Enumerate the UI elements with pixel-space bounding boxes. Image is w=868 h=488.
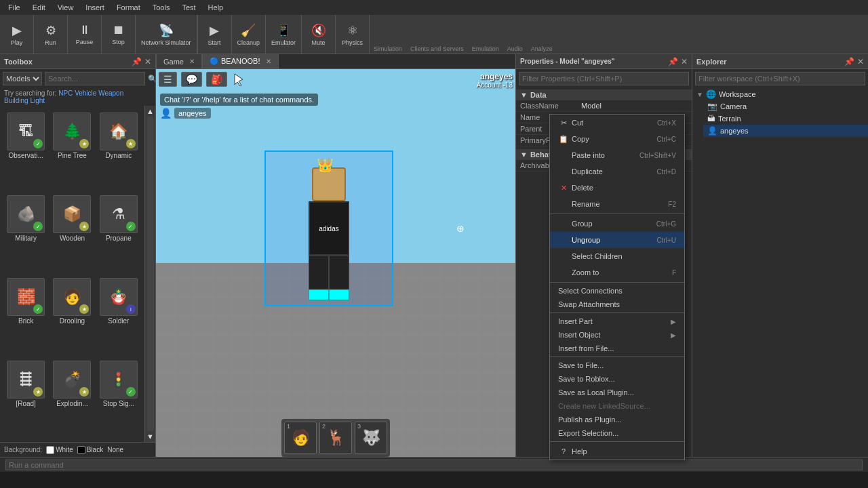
- list-item[interactable]: ⚗✓ Propane: [97, 192, 140, 272]
- explorer-close-button[interactable]: ✕: [857, 57, 864, 66]
- ribbon-stop[interactable]: ⏹ Stop: [102, 15, 136, 54]
- ribbon-network-sim[interactable]: 📡 Network Simulator: [136, 15, 197, 54]
- list-item[interactable]: 🏠★ Dynamic: [97, 110, 140, 190]
- bg-white-option[interactable]: White: [46, 446, 73, 454]
- toolbox-search-input[interactable]: [45, 72, 145, 85]
- list-item[interactable]: 🧑★ Drooling: [50, 275, 94, 355]
- char-slot-1[interactable]: 1 🧑: [284, 422, 317, 454]
- explorer-search-input[interactable]: [695, 72, 865, 85]
- background-selector: Background: White Black None: [0, 442, 155, 457]
- ctx-swap-attachments[interactable]: Swap Attachments: [550, 298, 684, 311]
- ctx-paste-into[interactable]: Paste into Ctrl+Shift+V: [550, 147, 684, 163]
- suggestion-building[interactable]: Building: [4, 97, 28, 104]
- list-item[interactable]: 🧱✓ Brick: [4, 275, 47, 355]
- toolbox-category-select[interactable]: Models: [3, 72, 42, 85]
- toolbox-close-button[interactable]: ✕: [144, 57, 151, 66]
- ctx-insert-from-file[interactable]: Insert from File...: [550, 342, 684, 355]
- explorer-pin-button[interactable]: 📌: [844, 57, 854, 66]
- ctx-save-to-file[interactable]: Save to File...: [550, 359, 684, 372]
- ribbon-cleanup[interactable]: 🧹 Cleanup: [232, 15, 267, 54]
- item-badge: i: [126, 304, 136, 314]
- ribbon-run[interactable]: ⚙ Run: [34, 15, 68, 54]
- properties-close-button[interactable]: ✕: [681, 57, 688, 66]
- list-item[interactable]: 🛤★ [Road]: [4, 358, 47, 438]
- tab-beanoob-close[interactable]: ✕: [266, 58, 271, 65]
- ribbon-emulator[interactable]: 📱 Emulator: [266, 15, 302, 54]
- ctx-select-children[interactable]: Select Children: [550, 248, 684, 264]
- menu-format[interactable]: Format: [111, 2, 146, 13]
- ctx-paste-into-label: Paste into: [572, 151, 605, 159]
- game-topbar: angeyes Account -13: [474, 69, 515, 92]
- ctx-group[interactable]: Group Ctrl+G: [550, 216, 684, 232]
- suggestion-vehicle[interactable]: Vehicle: [75, 89, 96, 97]
- list-item[interactable]: 🏗✓ Observati...: [4, 110, 47, 190]
- ctx-delete[interactable]: ✕ Delete: [550, 180, 684, 196]
- suggestion-label: Try searching for:: [4, 89, 56, 97]
- chat-icon-button[interactable]: 💬: [181, 72, 202, 87]
- menu-insert[interactable]: Insert: [80, 2, 110, 13]
- list-item[interactable]: 🚦✓ Stop Sig...: [97, 358, 140, 438]
- item-badge: ✓: [126, 222, 136, 231]
- menu-view[interactable]: View: [52, 2, 79, 13]
- ctx-save-to-roblox[interactable]: Save to Roblox...: [550, 372, 684, 386]
- angeyes-label: angeyes: [720, 127, 749, 135]
- ribbon-play[interactable]: ▶ Play: [0, 15, 34, 54]
- list-item[interactable]: 💣★ Explodin...: [50, 358, 94, 438]
- tab-beanoob[interactable]: 🔵 BEANOOB! ✕: [202, 54, 279, 68]
- toolbox-pin-button[interactable]: 📌: [132, 57, 142, 66]
- move-handle[interactable]: ⊕: [456, 223, 465, 234]
- ctx-help[interactable]: ? Help: [550, 443, 684, 460]
- tab-game[interactable]: Game ✕: [156, 54, 202, 68]
- ctx-insert-part[interactable]: Insert Part ▶: [550, 314, 684, 328]
- menu-file[interactable]: File: [3, 2, 26, 13]
- explorer-item-camera[interactable]: 📷 Camera: [703, 100, 868, 113]
- ribbon-pause[interactable]: ⏸ Pause: [68, 15, 102, 54]
- ctx-cut[interactable]: ✂ Cut Ctrl+X: [550, 115, 684, 131]
- properties-pin-button[interactable]: 📌: [668, 57, 678, 66]
- ribbon-physics[interactable]: ⚛ Physics: [336, 15, 370, 54]
- ribbon-start[interactable]: ▶ Start: [198, 15, 232, 54]
- char-slot-3[interactable]: 3 🐺: [355, 422, 387, 454]
- cut-icon: ✂: [558, 117, 569, 128]
- ctx-ungroup-shortcut: Ctrl+U: [656, 237, 676, 244]
- data-section-header[interactable]: ▼ Data: [516, 89, 692, 100]
- ctx-insert-object[interactable]: Insert Object ▶: [550, 328, 684, 342]
- toolbox-scrollbar[interactable]: ▲ ▼: [144, 106, 155, 442]
- ctx-duplicate[interactable]: Duplicate Ctrl+D: [550, 163, 684, 180]
- tab-game-close[interactable]: ✕: [189, 58, 195, 65]
- ctx-ungroup[interactable]: Ungroup Ctrl+U: [550, 232, 684, 248]
- ctx-copy[interactable]: 📋 Copy Ctrl+C: [550, 131, 684, 147]
- bg-black-option[interactable]: Black: [77, 446, 103, 454]
- bg-white-label: White: [56, 446, 73, 453]
- explorer-item-workspace[interactable]: ▼ 🌐 Workspace: [692, 88, 868, 100]
- suggestion-light[interactable]: Light: [30, 97, 45, 104]
- suggestion-weapon[interactable]: Weapon: [98, 89, 123, 97]
- scroll-down-icon[interactable]: ▼: [146, 432, 154, 441]
- ctx-save-as-local-plugin[interactable]: Save as Local Plugin...: [550, 386, 684, 399]
- ctx-publish-as-plugin[interactable]: Publish as Plugin...: [550, 413, 684, 426]
- menu-tools[interactable]: Tools: [147, 2, 176, 13]
- list-item[interactable]: 🪆i Soldier: [97, 275, 140, 355]
- ctx-select-connections[interactable]: Select Connections: [550, 284, 684, 298]
- list-item[interactable]: 🪨✓ Military: [4, 192, 47, 272]
- hamburger-menu-button[interactable]: ☰: [159, 72, 177, 87]
- list-item[interactable]: 📦★ Wooden: [50, 192, 94, 272]
- suggestion-npc[interactable]: NPC: [58, 89, 73, 97]
- ctx-cut-row: ✂ Cut: [558, 117, 583, 128]
- ctx-rename[interactable]: Rename F2: [550, 196, 684, 212]
- scroll-up-icon[interactable]: ▲: [146, 107, 154, 115]
- menu-test[interactable]: Test: [176, 2, 201, 13]
- explorer-item-angeyes[interactable]: 👤 angeyes: [703, 125, 868, 137]
- ctx-zoom-to[interactable]: Zoom to F: [550, 264, 684, 281]
- menu-help[interactable]: Help: [203, 2, 229, 13]
- menu-edit[interactable]: Edit: [27, 2, 51, 13]
- backpack-icon-button[interactable]: 🎒: [206, 72, 227, 87]
- char-slot-2[interactable]: 2 🦌: [319, 422, 352, 454]
- ribbon-mute[interactable]: 🔇 Mute: [302, 15, 336, 54]
- properties-search-input[interactable]: [519, 72, 689, 85]
- list-item[interactable]: 🌲★ Pine Tree: [50, 110, 94, 190]
- command-input[interactable]: [5, 460, 863, 470]
- ctx-export-selection[interactable]: Export Selection...: [550, 426, 684, 440]
- bg-none-option[interactable]: None: [107, 446, 123, 453]
- explorer-item-terrain[interactable]: 🏔 Terrain: [703, 113, 868, 125]
